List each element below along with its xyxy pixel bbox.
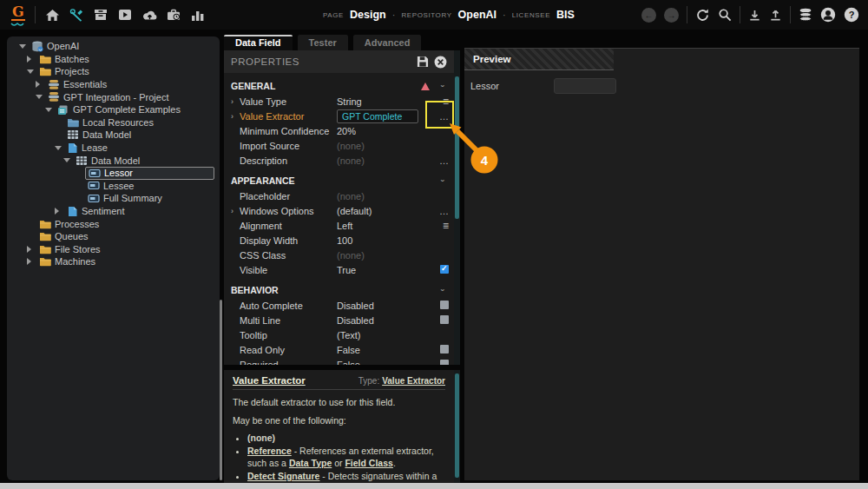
bar-chart-icon[interactable] (189, 5, 207, 24)
help-scrollbar-thumb[interactable] (455, 373, 459, 478)
section-header-general[interactable]: GENERAL› (224, 78, 454, 94)
tab-data-field[interactable]: Data Field (224, 35, 293, 50)
expand-arrow-icon[interactable] (36, 95, 45, 99)
help-link[interactable]: Field Class (345, 458, 392, 468)
grooper-logo[interactable]: G (11, 4, 25, 21)
property-row-windows-options[interactable]: ›Windows Options(default)… (224, 203, 454, 218)
page-value[interactable]: Design (350, 9, 386, 21)
tree-item-label: Lessor (104, 168, 133, 178)
dropdown-menu-icon[interactable]: ≡ (430, 96, 449, 108)
expand-icon[interactable]: › (231, 207, 240, 215)
tree-item-full-summary[interactable]: Full Summary (7, 192, 220, 205)
archive-icon[interactable] (92, 5, 109, 24)
expand-arrow-icon[interactable] (19, 44, 29, 49)
save-icon[interactable] (417, 56, 429, 68)
tree-item-data-model[interactable]: Data Model (7, 129, 220, 142)
tree-item-processes[interactable]: Processes (7, 217, 220, 230)
tree-item-lessor[interactable]: Lessor (7, 167, 220, 180)
checkbox-checked[interactable] (430, 265, 449, 275)
value-editor-box[interactable]: GPT Complete (337, 109, 418, 123)
play-box-icon[interactable] (116, 5, 134, 24)
preview-field-input[interactable] (554, 78, 616, 94)
expand-arrow-icon[interactable] (27, 69, 36, 74)
expand-arrow-icon[interactable] (55, 146, 64, 150)
tree-item-local-resources[interactable]: Local Resources (7, 116, 220, 129)
checkbox-unchecked[interactable] (430, 360, 449, 366)
help-link[interactable]: Data Type (289, 458, 332, 468)
back-icon[interactable]: ← (641, 8, 656, 23)
checkbox-unchecked[interactable] (430, 315, 449, 326)
tree-item-openai[interactable]: OpenAI (7, 40, 220, 53)
user-icon[interactable] (820, 7, 836, 23)
expand-icon[interactable]: › (231, 112, 240, 121)
database-icon[interactable] (799, 8, 812, 22)
tree-item-lessee[interactable]: Lessee (7, 180, 220, 193)
properties-scrollbar-thumb[interactable] (455, 76, 459, 219)
property-row-read-only[interactable]: Read OnlyFalse (224, 342, 454, 357)
expand-arrow-icon[interactable] (36, 81, 45, 88)
property-row-value-type[interactable]: ›Value TypeString≡ (224, 94, 454, 109)
section-header-behavior[interactable]: BEHAVIOR› (224, 282, 454, 298)
cloud-upload-icon[interactable] (141, 5, 158, 24)
checkbox-unchecked[interactable] (430, 301, 449, 311)
tree-item-gpt-complete-examples[interactable]: GPT Complete Examples (7, 103, 220, 116)
property-row-visible[interactable]: VisibleTrue (224, 262, 454, 277)
property-row-css-class[interactable]: CSS Class(none) (224, 248, 454, 262)
home-icon[interactable] (43, 5, 61, 24)
tree-item-gpt-integration-project[interactable]: GPT Integration - Project (7, 90, 220, 103)
expand-arrow-icon[interactable] (27, 246, 36, 253)
property-row-auto-complete[interactable]: Auto CompleteDisabled (224, 298, 454, 313)
panel-splitter[interactable] (220, 300, 222, 480)
tree-item-queues[interactable]: Queues (7, 230, 220, 243)
ellipsis-button[interactable]: … (430, 206, 449, 216)
chevron-down-icon[interactable]: › (438, 176, 447, 185)
briefcase-clock-icon[interactable] (165, 5, 182, 24)
expand-icon[interactable]: › (231, 97, 240, 106)
property-row-description[interactable]: Description(none)… (224, 153, 454, 168)
property-row-alignment[interactable]: AlignmentLeft≡ (224, 218, 454, 233)
tools-icon[interactable] (68, 5, 85, 24)
dropdown-menu-icon[interactable]: ≡ (430, 220, 449, 232)
close-icon[interactable] (434, 56, 447, 69)
checkbox-unchecked[interactable] (430, 345, 449, 355)
property-row-required[interactable]: RequiredFalse (224, 357, 454, 365)
tree-item-machines[interactable]: Machines (7, 255, 220, 268)
property-row-placeholder[interactable]: Placeholder(none) (224, 188, 454, 203)
repository-value[interactable]: OpenAI (458, 9, 496, 21)
property-row-minimum-confidence[interactable]: Minimum Confidence20% (224, 123, 454, 138)
property-row-tooltip[interactable]: Tooltip(Text) (224, 327, 454, 342)
upload-icon[interactable] (769, 9, 782, 22)
property-row-import-source[interactable]: Import Source(none) (224, 138, 454, 153)
expand-arrow-icon[interactable] (27, 56, 36, 63)
help-type-link[interactable]: Value Extractor (382, 376, 445, 386)
chevron-down-icon[interactable]: › (438, 82, 447, 90)
ellipsis-button[interactable]: … (430, 155, 449, 166)
tab-advanced[interactable]: Advanced (353, 35, 422, 50)
expand-arrow-icon[interactable] (27, 258, 36, 265)
help-icon[interactable]: ? (844, 7, 859, 23)
tree-item-file-stores[interactable]: File Stores (7, 243, 220, 256)
tab-tester[interactable]: Tester (298, 35, 348, 50)
expand-arrow-icon[interactable] (63, 158, 73, 162)
download-icon[interactable] (748, 9, 761, 22)
property-row-display-width[interactable]: Display Width100 (224, 233, 454, 248)
ellipsis-button[interactable]: … (430, 111, 449, 122)
tree-item-lease[interactable]: Lease (7, 142, 220, 155)
expand-arrow-icon[interactable] (55, 208, 64, 215)
forward-icon[interactable]: → (664, 8, 679, 23)
tree-item-sentiment[interactable]: Sentiment (7, 205, 220, 218)
help-link[interactable]: Reference (247, 446, 292, 456)
tree-item-essentials[interactable]: Essentials (7, 78, 220, 91)
chevron-down-icon[interactable]: › (438, 286, 447, 294)
property-row-value-extractor[interactable]: ›Value ExtractorGPT Complete… (224, 109, 454, 123)
help-link[interactable]: Detect Signature (247, 471, 319, 481)
tree-item-data-model[interactable]: Data Model (7, 154, 220, 167)
section-header-appearance[interactable]: APPEARANCE› (224, 173, 454, 188)
refresh-icon[interactable] (695, 8, 710, 23)
property-row-multi-line[interactable]: Multi LineDisabled (224, 313, 454, 327)
tree-item-projects[interactable]: Projects (7, 65, 220, 78)
help-title-link[interactable]: Value Extractor (233, 375, 306, 386)
tree-item-batches[interactable]: Batches (7, 53, 220, 66)
expand-arrow-icon[interactable] (45, 108, 55, 112)
search-icon[interactable] (718, 8, 732, 22)
